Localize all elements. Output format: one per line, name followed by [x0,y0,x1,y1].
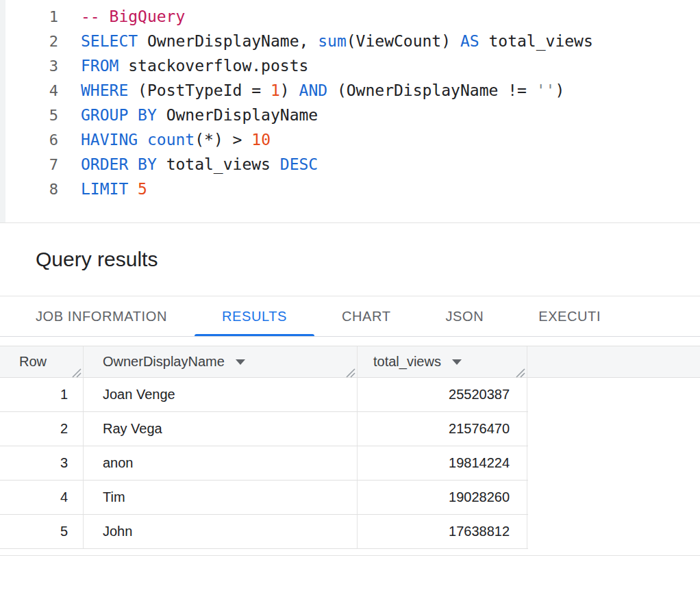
code-token-kw: SELECT [81,32,138,50]
code-line[interactable]: 8LIMIT 5 [0,177,700,201]
tab-chart[interactable]: CHART [314,296,418,336]
code-line[interactable]: 6HAVING count(*) > 10 [0,127,700,152]
active-tab-indicator [195,334,314,336]
column-resize-handle[interactable] [515,366,525,376]
code-token-kw: HAVING [81,131,138,149]
column-label: Row [19,354,47,370]
code-token-pln: (ViewCount) [347,32,460,50]
tab-label: EXECUTI [538,309,601,324]
code-token-pln [138,131,147,149]
code-token-pln: OwnerDisplayName [157,106,318,124]
tab-executi[interactable]: EXECUTI [511,296,628,336]
code-text: FROM stackoverflow.posts [58,57,308,75]
column-label: OwnerDisplayName [103,354,225,370]
sort-arrow-icon[interactable] [452,359,462,365]
row-number-cell: 2 [0,412,84,446]
code-token-kw: LIMIT [81,180,128,198]
code-token-num: 10 [251,131,271,149]
line-number: 6 [0,131,58,149]
tab-json[interactable]: JSON [418,296,511,336]
tab-results[interactable]: RESULTS [195,296,314,336]
column-header-row: Row [0,346,84,377]
code-text: -- BigQuery [58,8,185,25]
code-token-pln [128,180,138,198]
code-text: LIMIT 5 [58,180,147,198]
query-results-title: Query results [36,248,158,271]
code-token-pln: (PostTypeId = [128,81,271,99]
total-views-cell: 21576470 [358,412,527,446]
table-row: 2Ray Vega21576470 [0,412,528,446]
tab-label: JOB INFORMATION [36,309,167,324]
editor-gutter-strip [0,0,5,222]
line-number: 5 [0,107,58,124]
line-number: 4 [0,82,58,99]
query-results-header: Query results [0,223,700,296]
code-text: WHERE (PostTypeId = 1) AND (OwnerDisplay… [58,81,564,99]
sql-editor[interactable]: 1-- BigQuery2SELECT OwnerDisplayName, su… [0,0,700,223]
code-token-kw: count [147,131,195,149]
owner-name-cell: anon [84,446,358,480]
tab-label: RESULTS [222,309,287,324]
code-line[interactable]: 5GROUP BY OwnerDisplayName [0,103,700,127]
bigquery-query-results-panel: 1-- BigQuery2SELECT OwnerDisplayName, su… [0,0,700,556]
code-line[interactable]: 1-- BigQuery [0,4,700,29]
line-number: 7 [0,156,58,173]
row-number-cell: 5 [0,515,84,548]
code-token-kw: FROM [81,57,118,75]
code-token-kw: sum [318,32,347,50]
total-views-cell: 19814224 [358,446,527,480]
column-resize-handle[interactable] [345,366,355,376]
code-token-kw: AS [460,32,479,50]
code-text: ORDER BY total_views DESC [58,155,318,173]
code-line[interactable]: 4WHERE (PostTypeId = 1) AND (OwnerDispla… [0,78,700,103]
code-line[interactable]: 7ORDER BY total_views DESC [0,152,700,177]
code-token-kw: WHERE [81,81,128,99]
header-filler [527,346,700,377]
total-views-cell: 17638812 [358,515,527,548]
total-views-cell: 19028260 [358,481,527,514]
code-token-com: -- BigQuery [81,8,185,25]
row-number-cell: 4 [0,481,84,514]
row-number-cell: 1 [0,378,84,411]
row-number-cell: 3 [0,446,84,480]
code-line[interactable]: 3FROM stackoverflow.posts [0,53,700,78]
code-token-pln: ) [555,81,564,99]
code-text: SELECT OwnerDisplayName, sum(ViewCount) … [58,32,593,50]
code-token-pln: (*) > [195,131,251,149]
code-lines: 1-- BigQuery2SELECT OwnerDisplayName, su… [0,4,700,201]
code-token-pln: OwnerDisplayName, [138,32,318,50]
column-label: total_views [373,354,441,370]
owner-name-cell: Tim [84,481,358,514]
results-table-header: RowOwnerDisplayNametotal_views [0,346,700,378]
code-text: GROUP BY OwnerDisplayName [58,106,318,124]
line-number: 2 [0,33,58,50]
owner-name-cell: John [84,515,358,548]
code-token-pln: ) [280,81,299,99]
code-token-num: 5 [138,180,147,198]
sort-arrow-icon[interactable] [236,359,245,365]
code-token-kw: AND [299,81,328,99]
column-resize-handle[interactable] [71,366,82,376]
code-token-pln: (OwnerDisplayName != [327,81,536,99]
table-row: 1Joan Venge25520387 [0,378,528,412]
results-table-body: 1Joan Venge255203872Ray Vega215764703ano… [0,378,700,549]
code-token-str: '' [536,81,555,99]
table-bottom-divider [0,555,700,556]
table-row: 3anon19814224 [0,446,528,481]
total-views-cell: 25520387 [358,378,527,411]
code-line[interactable]: 2SELECT OwnerDisplayName, sum(ViewCount)… [0,29,700,53]
line-number: 1 [0,8,58,25]
tab-label: CHART [342,309,391,324]
owner-name-cell: Joan Venge [84,378,358,411]
line-number: 8 [0,181,58,198]
code-token-kw: DESC [280,155,318,173]
line-number: 3 [0,57,58,75]
code-token-pln: stackoverflow.posts [118,57,308,75]
column-header-total-views: total_views [358,346,527,377]
code-text: HAVING count(*) > 10 [58,131,271,149]
owner-name-cell: Ray Vega [84,412,358,446]
tab-job-information[interactable]: JOB INFORMATION [8,296,195,336]
results-table: RowOwnerDisplayNametotal_views 1Joan Ven… [0,346,700,549]
code-token-num: 1 [271,81,280,99]
code-token-kw: ORDER BY [81,155,157,173]
